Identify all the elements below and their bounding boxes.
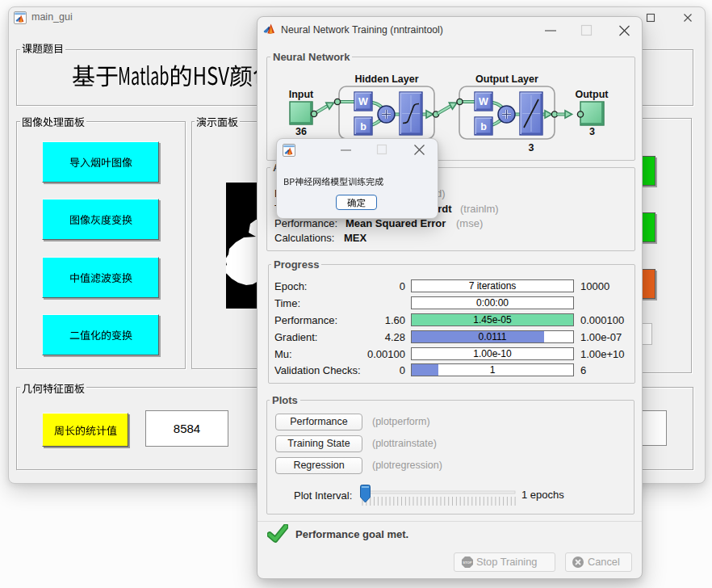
svg-text:b: b — [480, 121, 487, 132]
svg-text:3: 3 — [589, 126, 595, 137]
svg-text:W: W — [358, 96, 368, 107]
svg-text:Hidden Layer: Hidden Layer — [354, 74, 418, 85]
svg-text:STOP: STOP — [463, 561, 472, 565]
svg-text:3: 3 — [529, 142, 534, 153]
svg-text:Input: Input — [289, 89, 314, 100]
svg-text:W: W — [479, 96, 488, 107]
svg-text:36: 36 — [295, 126, 307, 137]
svg-text:Output: Output — [576, 89, 609, 100]
svg-text:Output Layer: Output Layer — [475, 74, 538, 85]
svg-text:b: b — [360, 121, 366, 132]
